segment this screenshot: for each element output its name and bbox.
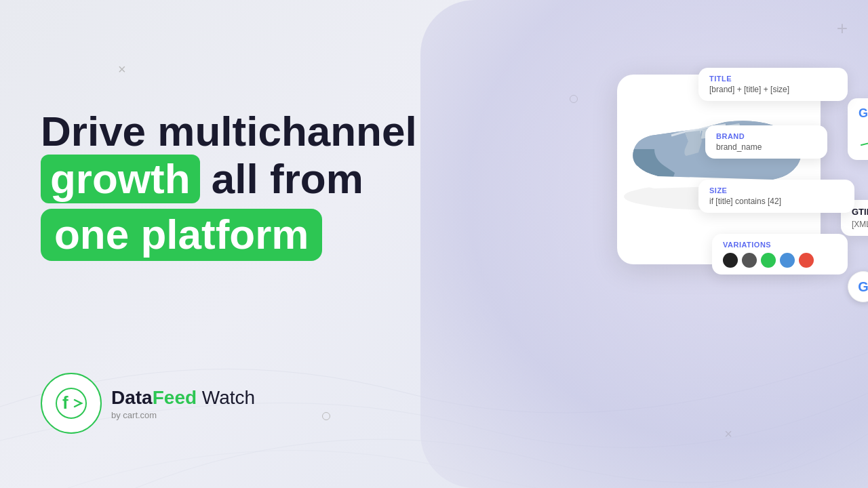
title-card-label: TITLE bbox=[709, 75, 837, 83]
logo-icon: f bbox=[41, 373, 102, 434]
brand-card: BRAND brand_name bbox=[705, 125, 827, 159]
right-panel: Google GTIN [XML: 3234567890126] TITLE [… bbox=[393, 0, 868, 488]
color-dot-green bbox=[761, 253, 776, 268]
title-card-value: [brand] + [title] + [size] bbox=[709, 85, 837, 94]
headline-line1: Drive multichannel bbox=[41, 108, 434, 155]
color-dot-gray bbox=[742, 253, 757, 268]
headline-line2-mid: all from bbox=[200, 155, 363, 202]
hero-text-area: Drive multichannel growth all from one p… bbox=[41, 108, 434, 274]
growth-highlight: growth bbox=[41, 155, 200, 203]
one-platform-highlight: one platform bbox=[41, 209, 322, 260]
color-dot-blue bbox=[780, 253, 795, 268]
color-variations bbox=[723, 253, 837, 268]
google-trends-card: Google bbox=[848, 98, 868, 160]
title-card: TITLE [brand] + [title] + [size] bbox=[698, 68, 848, 101]
headline: Drive multichannel growth all from one p… bbox=[41, 108, 434, 261]
cross-icon-1: × bbox=[118, 62, 126, 76]
headline-line3: one platform bbox=[41, 209, 434, 260]
channel-google: G bbox=[848, 271, 868, 302]
brand-card-value: brand_name bbox=[716, 142, 816, 152]
gtin-value: [XML: 3234567890126] bbox=[852, 220, 868, 229]
gtin-label: GTIN bbox=[852, 207, 868, 217]
color-dot-black bbox=[723, 253, 738, 268]
variations-card: VARIATIONS bbox=[712, 234, 848, 274]
brand-card-label: BRAND bbox=[716, 132, 816, 140]
circle-deco-1 bbox=[322, 412, 330, 420]
trend-chart bbox=[859, 125, 868, 149]
size-card-label: SIZE bbox=[709, 186, 844, 195]
headline-line2: growth all from bbox=[41, 155, 434, 203]
size-card-value: if [title] contains [42] bbox=[709, 197, 844, 206]
size-card: SIZE if [title] contains [42] bbox=[698, 180, 854, 213]
logo-svg: f bbox=[54, 386, 88, 420]
logo-area: f DataFeed Watch by cart.com bbox=[41, 373, 255, 434]
channels-row: G a f b bbox=[848, 271, 868, 302]
logo-sub: by cart.com bbox=[111, 410, 255, 420]
logo-text: DataFeed Watch by cart.com bbox=[111, 387, 255, 420]
variations-card-label: VARIATIONS bbox=[723, 241, 837, 249]
color-dot-red bbox=[799, 253, 814, 268]
google-logo: Google bbox=[859, 106, 868, 121]
svg-text:f: f bbox=[62, 392, 68, 413]
logo-name: DataFeed Watch bbox=[111, 387, 255, 409]
